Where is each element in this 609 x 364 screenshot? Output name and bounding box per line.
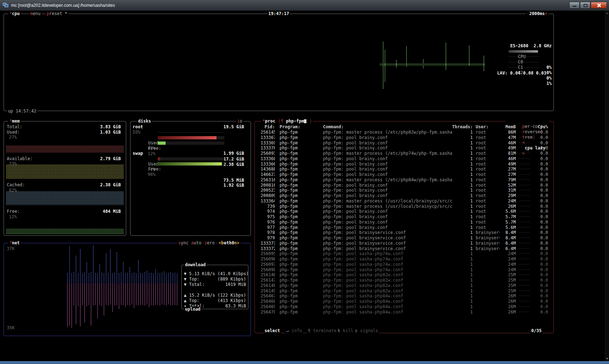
process-filter-field[interactable]: ┤f php-fpm ├ — [277, 119, 313, 124]
disk-swap-free: Free: 96% 1.92 GiB — [133, 161, 248, 167]
process-cpu: 0.0 — [532, 246, 548, 252]
process-row[interactable]: 256148php-fpmphp-fpm: pool sasha-php82w.… — [261, 283, 548, 288]
process-cpu: 0.0 — [532, 167, 548, 172]
process-pid: 256145 — [261, 130, 275, 135]
process-row[interactable]: 133369php-fpmphp-fpm: pool brainy.conf1r… — [261, 140, 548, 146]
process-row[interactable]: 256146php-fpmphp-fpm: pool sasha-php82w.… — [261, 272, 548, 278]
maximize-button[interactable] — [580, 2, 590, 9]
process-row[interactable]: 256469php-fpmphp-fpm: pool sasha-php84w.… — [261, 304, 548, 310]
header-mem[interactable]: MemB — [500, 124, 516, 130]
process-program: php-fpm — [275, 209, 323, 214]
net-auto-button[interactable]: auto — [190, 240, 203, 246]
process-row[interactable]: 256468php-fpmphp-fpm: pool sasha-php84w.… — [261, 299, 548, 304]
process-row[interactable]: 133368php-fpmphp-fpm: pool brainy.conf1r… — [261, 156, 548, 162]
process-pid: 256469 — [261, 304, 275, 310]
process-row[interactable]: 979php-fpmphp-fpm: pool brainyservice.co… — [261, 235, 548, 241]
process-pid: 979 — [261, 235, 275, 241]
process-cpu-minigraph — [516, 130, 532, 135]
preset-button[interactable]: preset * — [46, 11, 68, 16]
process-row[interactable]: 200809php-fpmphp-fpm: pool brainy.conf1r… — [261, 193, 548, 198]
process-cpu: 0.0 — [532, 188, 548, 193]
header-cpu[interactable]: Cpu% — [532, 124, 548, 130]
footer-terminate[interactable]: t terminate — [307, 328, 338, 334]
iface-prev-button[interactable]: <b — [219, 240, 224, 245]
interval-increase-button[interactable]: + — [545, 11, 547, 16]
net-sync-button[interactable]: sync — [177, 240, 190, 246]
menu-button[interactable]: menu — [29, 11, 42, 16]
process-user: root — [473, 214, 500, 220]
process-row[interactable]: 256467php-fpmphp-fpm: pool sasha-php84w.… — [261, 293, 548, 299]
scroll-down-arrow-icon[interactable] — [606, 358, 608, 360]
process-row[interactable]: 256147php-fpmphp-fpm: pool sasha-php82w.… — [261, 278, 548, 283]
header-threads[interactable]: Threads: — [452, 124, 473, 130]
window-titlebar[interactable]: mc [root@a202.itdeveloper.com.ua]:/home/… — [0, 0, 609, 11]
io-mode-toggle[interactable]: io — [236, 119, 243, 124]
close-button[interactable] — [591, 2, 607, 9]
process-row[interactable]: 146627php-fpmphp-fpm: pool brainy.conf1r… — [261, 172, 548, 177]
process-row[interactable]: 256098php-fpmphp-fpm: pool sasha-php74w.… — [261, 267, 548, 273]
header-pid[interactable]: Pid: — [261, 124, 275, 130]
process-row[interactable]: 975php-fpmphp-fpm: pool brainy.conf1root… — [261, 214, 548, 220]
process-row[interactable]: 256097php-fpmphp-fpm: pool sasha-php74w.… — [261, 262, 548, 267]
process-row[interactable]: 133371php-fpmphp-fpm: pool brainyservice… — [261, 241, 548, 246]
process-row[interactable]: 977php-fpmphp-fpm: pool brainy.conf1root… — [261, 225, 548, 230]
scrollbar[interactable] — [605, 11, 609, 361]
process-program: php-fpm — [275, 183, 323, 188]
header-command[interactable]: Command: — [323, 124, 452, 130]
process-cpu-minigraph — [516, 162, 532, 167]
net-zero-button[interactable]: zero — [203, 240, 216, 246]
process-cpu-minigraph — [516, 304, 532, 310]
process-user: root — [473, 220, 500, 225]
process-cpu-minigraph — [516, 135, 532, 140]
header-user[interactable]: User: — [473, 124, 500, 130]
process-row[interactable]: 978php-fpmphp-fpm: pool brainyservice.co… — [261, 230, 548, 235]
process-pid: 143688 — [261, 167, 275, 172]
process-user: root — [473, 162, 500, 167]
process-row[interactable]: 200810php-fpmphp-fpm: pool brainy.conf1r… — [261, 183, 548, 188]
process-user: root — [473, 177, 500, 183]
process-threads: 1 — [452, 299, 473, 304]
upload-top: ▲ Top: (413 Kibps) — [184, 298, 246, 303]
process-threads: 1 — [452, 230, 473, 235]
process-row[interactable]: 133366php-fpmphp-fpm: pool brainy.conf1r… — [261, 162, 548, 167]
process-pid: 256149 — [261, 288, 275, 294]
process-panel: ⁴proc ┤f php-fpm ├ per-core┤ reverse┤ tr… — [254, 121, 554, 333]
process-row[interactable]: 133372php-fpmphp-fpm: pool brainyservice… — [261, 246, 548, 252]
process-row[interactable]: 256149php-fpmphp-fpm: pool sasha-php82w.… — [261, 288, 548, 294]
process-row[interactable]: 133364php-fpmphp-fpm: master process (/u… — [261, 198, 548, 204]
process-row[interactable]: 256145php-fpmphp-fpm: master process (/e… — [261, 130, 548, 135]
process-threads: 1 — [452, 193, 473, 198]
process-user: root — [473, 156, 500, 162]
process-row[interactable]: 133367php-fpmphp-fpm: pool brainy.conf1r… — [261, 135, 548, 140]
process-row[interactable]: 256470php-fpmphp-fpm: pool sasha-php84w.… — [261, 310, 548, 315]
process-row[interactable]: 256096php-fpmphp-fpm: pool sasha-php74w.… — [261, 257, 548, 262]
minimize-button[interactable] — [569, 2, 580, 9]
disk-root-free-bar — [158, 142, 224, 145]
footer-signals[interactable]: s signals — [354, 328, 379, 334]
process-program: php-fpm — [275, 288, 323, 294]
scroll-up-arrow-icon[interactable] — [606, 12, 608, 14]
process-cpu-minigraph — [516, 267, 532, 273]
process-row[interactable]: 256093php-fpmphp-fpm: master process (/e… — [261, 151, 548, 156]
process-row[interactable]: 133370php-fpmphp-fpm: pool brainy.conf1r… — [261, 145, 548, 151]
process-row[interactable]: 976php-fpmphp-fpm: pool brainy.conf1root… — [261, 220, 548, 225]
footer-select[interactable]: select — [263, 328, 281, 334]
process-cpu-minigraph — [516, 145, 532, 151]
process-row[interactable]: 143688php-fpmphp-fpm: pool brainy.conf1r… — [261, 167, 548, 172]
iface-next-button[interactable]: n> — [234, 240, 239, 245]
net-scale-bottom: 35K — [7, 325, 15, 331]
process-row[interactable]: 256095php-fpmphp-fpm: pool sasha-php74w.… — [261, 251, 548, 257]
footer-info[interactable]: ↵ info — [285, 328, 303, 334]
header-program[interactable]: Program: — [275, 124, 323, 130]
footer-kill[interactable]: k kill — [337, 328, 354, 334]
process-pid: 133366 — [261, 162, 275, 167]
process-row[interactable]: 200523php-fpmphp-fpm: pool brainy.conf1r… — [261, 188, 548, 193]
selection-counter: 0/35 — [530, 328, 543, 334]
process-cpu-minigraph — [516, 177, 532, 183]
process-row[interactable]: 974php-fpmphp-fpm: pool brainy.conf1root… — [261, 209, 548, 214]
process-row[interactable]: 256316php-fpmphp-fpm: master process (/e… — [261, 177, 548, 183]
process-threads: 1 — [452, 177, 473, 183]
process-threads: 1 — [452, 225, 473, 230]
process-pid: 200810 — [261, 183, 275, 188]
process-row[interactable]: 739php-fpmphp-fpm: master process (/usr/… — [261, 204, 548, 209]
